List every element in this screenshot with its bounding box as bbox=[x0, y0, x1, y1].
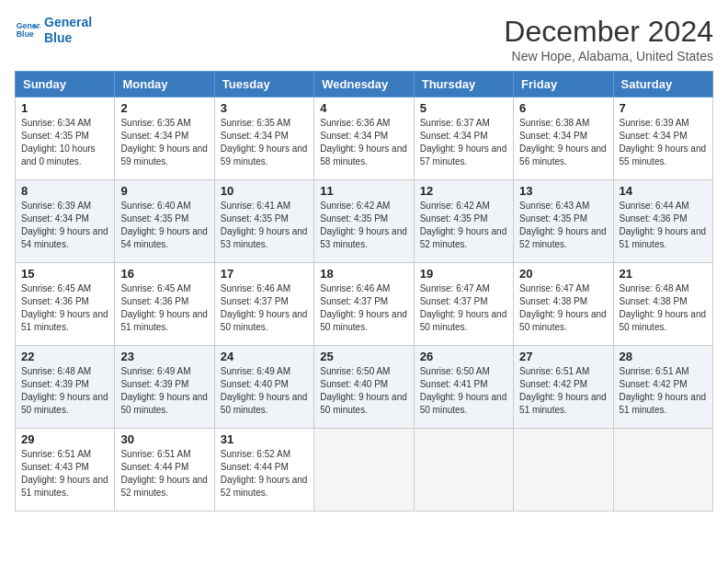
weekday-header-monday: Monday bbox=[115, 72, 214, 98]
page-header: General Blue General Blue December 2024 … bbox=[15, 15, 713, 63]
day-detail: Sunrise: 6:51 AMSunset: 4:43 PMDaylight:… bbox=[21, 448, 108, 500]
day-number: 8 bbox=[21, 184, 108, 198]
day-detail: Sunrise: 6:46 AMSunset: 4:37 PMDaylight:… bbox=[221, 282, 308, 334]
calendar-week-row: 8Sunrise: 6:39 AMSunset: 4:34 PMDaylight… bbox=[16, 180, 713, 263]
calendar-cell: 31Sunrise: 6:52 AMSunset: 4:44 PMDayligh… bbox=[214, 429, 313, 511]
calendar-cell: 24Sunrise: 6:49 AMSunset: 4:40 PMDayligh… bbox=[214, 346, 313, 429]
calendar-cell bbox=[514, 429, 613, 511]
day-detail: Sunrise: 6:40 AMSunset: 4:35 PMDaylight:… bbox=[120, 200, 208, 251]
day-detail: Sunrise: 6:50 AMSunset: 4:41 PMDaylight:… bbox=[420, 365, 507, 417]
day-detail: Sunrise: 6:39 AMSunset: 4:34 PMDaylight:… bbox=[620, 117, 707, 168]
day-detail: Sunrise: 6:43 AMSunset: 4:35 PMDaylight:… bbox=[519, 200, 607, 251]
calendar-cell: 3Sunrise: 6:35 AMSunset: 4:34 PMDaylight… bbox=[214, 98, 313, 180]
calendar-cell: 10Sunrise: 6:41 AMSunset: 4:35 PMDayligh… bbox=[214, 180, 313, 263]
weekday-header-thursday: Thursday bbox=[414, 72, 513, 98]
calendar-cell: 29Sunrise: 6:51 AMSunset: 4:43 PMDayligh… bbox=[16, 429, 115, 511]
day-detail: Sunrise: 6:42 AMSunset: 4:35 PMDaylight:… bbox=[320, 200, 407, 251]
day-number: 2 bbox=[120, 101, 208, 115]
day-detail: Sunrise: 6:36 AMSunset: 4:34 PMDaylight:… bbox=[320, 117, 407, 168]
day-detail: Sunrise: 6:45 AMSunset: 4:36 PMDaylight:… bbox=[120, 282, 208, 334]
day-number: 11 bbox=[320, 184, 407, 198]
calendar-cell: 16Sunrise: 6:45 AMSunset: 4:36 PMDayligh… bbox=[115, 263, 214, 346]
day-number: 3 bbox=[221, 101, 308, 115]
calendar-body: 1Sunrise: 6:34 AMSunset: 4:35 PMDaylight… bbox=[16, 98, 713, 511]
calendar-cell: 13Sunrise: 6:43 AMSunset: 4:35 PMDayligh… bbox=[514, 180, 613, 263]
logo-text: General Blue bbox=[44, 15, 92, 46]
title-block: December 2024 New Hope, Alabama, United … bbox=[504, 15, 713, 63]
day-detail: Sunrise: 6:35 AMSunset: 4:34 PMDaylight:… bbox=[221, 117, 308, 168]
day-detail: Sunrise: 6:41 AMSunset: 4:35 PMDaylight:… bbox=[221, 200, 308, 251]
day-number: 29 bbox=[21, 432, 108, 446]
calendar-cell: 5Sunrise: 6:37 AMSunset: 4:34 PMDaylight… bbox=[414, 98, 513, 180]
day-detail: Sunrise: 6:35 AMSunset: 4:34 PMDaylight:… bbox=[120, 117, 208, 168]
calendar-cell: 21Sunrise: 6:48 AMSunset: 4:38 PMDayligh… bbox=[613, 263, 712, 346]
calendar-table: SundayMondayTuesdayWednesdayThursdayFrid… bbox=[15, 71, 713, 511]
calendar-cell: 18Sunrise: 6:46 AMSunset: 4:37 PMDayligh… bbox=[314, 263, 414, 346]
day-detail: Sunrise: 6:38 AMSunset: 4:34 PMDaylight:… bbox=[519, 117, 607, 168]
day-detail: Sunrise: 6:49 AMSunset: 4:39 PMDaylight:… bbox=[120, 365, 208, 417]
day-detail: Sunrise: 6:39 AMSunset: 4:34 PMDaylight:… bbox=[21, 200, 108, 251]
calendar-week-row: 1Sunrise: 6:34 AMSunset: 4:35 PMDaylight… bbox=[16, 98, 713, 180]
day-detail: Sunrise: 6:44 AMSunset: 4:36 PMDaylight:… bbox=[620, 200, 707, 251]
calendar-header: SundayMondayTuesdayWednesdayThursdayFrid… bbox=[16, 72, 713, 98]
day-number: 12 bbox=[420, 184, 507, 198]
day-number: 4 bbox=[320, 101, 407, 115]
svg-text:Blue: Blue bbox=[17, 29, 34, 39]
weekday-header-row: SundayMondayTuesdayWednesdayThursdayFrid… bbox=[16, 72, 713, 98]
calendar-cell: 25Sunrise: 6:50 AMSunset: 4:40 PMDayligh… bbox=[314, 346, 414, 429]
location: New Hope, Alabama, United States bbox=[504, 49, 713, 63]
day-detail: Sunrise: 6:47 AMSunset: 4:37 PMDaylight:… bbox=[420, 282, 507, 334]
day-number: 16 bbox=[120, 267, 208, 281]
calendar-cell: 26Sunrise: 6:50 AMSunset: 4:41 PMDayligh… bbox=[414, 346, 513, 429]
weekday-header-tuesday: Tuesday bbox=[214, 72, 313, 98]
calendar-cell: 22Sunrise: 6:48 AMSunset: 4:39 PMDayligh… bbox=[16, 346, 115, 429]
day-number: 25 bbox=[320, 350, 407, 363]
calendar-cell: 7Sunrise: 6:39 AMSunset: 4:34 PMDaylight… bbox=[613, 98, 712, 180]
day-detail: Sunrise: 6:37 AMSunset: 4:34 PMDaylight:… bbox=[420, 117, 507, 168]
calendar-cell: 30Sunrise: 6:51 AMSunset: 4:44 PMDayligh… bbox=[115, 429, 214, 511]
day-number: 28 bbox=[620, 350, 707, 363]
day-detail: Sunrise: 6:51 AMSunset: 4:42 PMDaylight:… bbox=[519, 365, 607, 417]
day-detail: Sunrise: 6:52 AMSunset: 4:44 PMDaylight:… bbox=[221, 448, 308, 500]
day-number: 13 bbox=[519, 184, 607, 198]
calendar-cell: 6Sunrise: 6:38 AMSunset: 4:34 PMDaylight… bbox=[514, 98, 613, 180]
day-detail: Sunrise: 6:48 AMSunset: 4:39 PMDaylight:… bbox=[21, 365, 108, 417]
day-number: 6 bbox=[519, 101, 607, 115]
day-number: 24 bbox=[221, 350, 308, 363]
weekday-header-wednesday: Wednesday bbox=[314, 72, 414, 98]
day-number: 5 bbox=[420, 101, 507, 115]
day-number: 10 bbox=[221, 184, 308, 198]
calendar-cell: 28Sunrise: 6:51 AMSunset: 4:42 PMDayligh… bbox=[613, 346, 712, 429]
calendar-week-row: 15Sunrise: 6:45 AMSunset: 4:36 PMDayligh… bbox=[16, 263, 713, 346]
calendar-week-row: 29Sunrise: 6:51 AMSunset: 4:43 PMDayligh… bbox=[16, 429, 713, 511]
calendar-cell: 14Sunrise: 6:44 AMSunset: 4:36 PMDayligh… bbox=[613, 180, 712, 263]
day-detail: Sunrise: 6:45 AMSunset: 4:36 PMDaylight:… bbox=[21, 282, 108, 334]
calendar-cell: 15Sunrise: 6:45 AMSunset: 4:36 PMDayligh… bbox=[16, 263, 115, 346]
day-detail: Sunrise: 6:50 AMSunset: 4:40 PMDaylight:… bbox=[320, 365, 407, 417]
day-number: 20 bbox=[519, 267, 607, 281]
day-number: 15 bbox=[21, 267, 108, 281]
calendar-cell: 9Sunrise: 6:40 AMSunset: 4:35 PMDaylight… bbox=[115, 180, 214, 263]
day-number: 1 bbox=[21, 101, 108, 115]
day-detail: Sunrise: 6:34 AMSunset: 4:35 PMDaylight:… bbox=[21, 117, 108, 168]
day-number: 31 bbox=[221, 432, 308, 446]
calendar-cell bbox=[414, 429, 513, 511]
day-number: 26 bbox=[420, 350, 507, 363]
calendar-week-row: 22Sunrise: 6:48 AMSunset: 4:39 PMDayligh… bbox=[16, 346, 713, 429]
calendar-cell: 19Sunrise: 6:47 AMSunset: 4:37 PMDayligh… bbox=[414, 263, 513, 346]
day-detail: Sunrise: 6:51 AMSunset: 4:44 PMDaylight:… bbox=[120, 448, 208, 500]
day-number: 18 bbox=[320, 267, 407, 281]
day-number: 22 bbox=[21, 350, 108, 363]
calendar-cell: 27Sunrise: 6:51 AMSunset: 4:42 PMDayligh… bbox=[514, 346, 613, 429]
day-number: 21 bbox=[620, 267, 707, 281]
day-detail: Sunrise: 6:42 AMSunset: 4:35 PMDaylight:… bbox=[420, 200, 507, 251]
day-number: 17 bbox=[221, 267, 308, 281]
calendar-cell: 4Sunrise: 6:36 AMSunset: 4:34 PMDaylight… bbox=[314, 98, 414, 180]
month-title: December 2024 bbox=[504, 15, 713, 49]
calendar-cell: 1Sunrise: 6:34 AMSunset: 4:35 PMDaylight… bbox=[16, 98, 115, 180]
day-number: 27 bbox=[519, 350, 607, 363]
weekday-header-saturday: Saturday bbox=[613, 72, 712, 98]
day-number: 19 bbox=[420, 267, 507, 281]
calendar-cell: 8Sunrise: 6:39 AMSunset: 4:34 PMDaylight… bbox=[16, 180, 115, 263]
calendar-cell bbox=[613, 429, 712, 511]
